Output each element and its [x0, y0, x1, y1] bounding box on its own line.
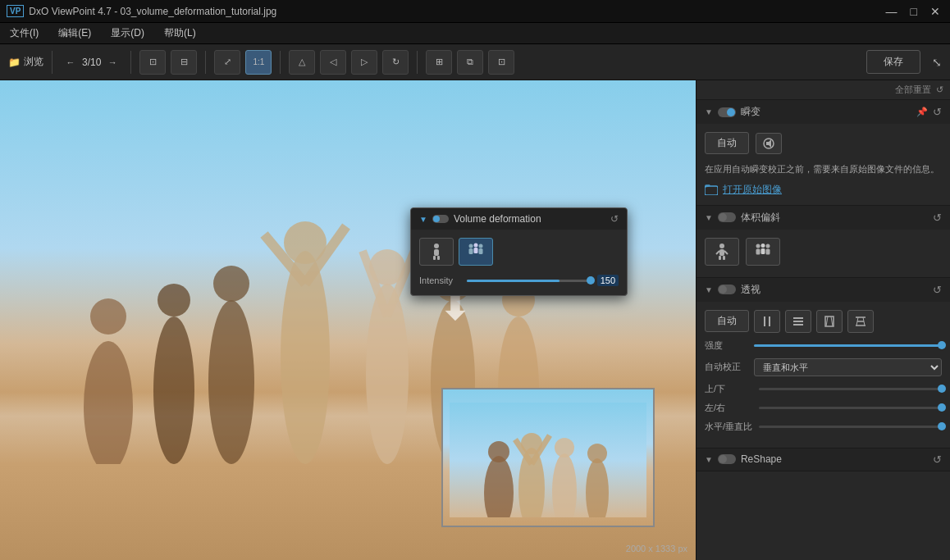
- main-layout: ⬇ ▼ Volume deformation ↺: [0, 80, 950, 560]
- svg-rect-25: [479, 248, 483, 254]
- section-tiji-header-left: ▼ 体积偏斜: [705, 211, 780, 225]
- persp-icon-1[interactable]: [754, 310, 780, 333]
- section-shunbian-reset[interactable]: ↺: [933, 106, 942, 118]
- svg-rect-42: [719, 249, 724, 256]
- svg-point-18: [434, 244, 439, 248]
- svg-point-24: [479, 244, 483, 248]
- tool-btn-crop[interactable]: △: [289, 50, 315, 75]
- toolbar: 📁 浏览 ← 3/10 → ⊡ ⊟ ⤢ 1:1 △ ◁ ▷ ↻ ⊞ ⧉ ⊡ 保存…: [0, 44, 950, 80]
- section-shunbian-header[interactable]: ▼ 瞬变 📌 ↺: [697, 100, 950, 124]
- autocorrect-row: 自动校正 垂直和水平: [705, 358, 942, 376]
- tool-btn-2[interactable]: ⊟: [171, 50, 197, 75]
- auto-button[interactable]: 自动: [705, 132, 749, 154]
- tool-btn-flip-h[interactable]: ◁: [320, 50, 346, 75]
- section-reshape-reset[interactable]: ↺: [933, 453, 942, 466]
- tool-btn-3[interactable]: ⤢: [214, 50, 240, 75]
- open-raw-link[interactable]: 打开原始图像: [705, 183, 942, 197]
- persp-icon-3[interactable]: [816, 310, 843, 333]
- tiji-group-icon-btn[interactable]: [746, 238, 780, 266]
- section-pin-icon[interactable]: 📌: [916, 107, 928, 117]
- vd-toggle[interactable]: [432, 215, 449, 223]
- svg-point-30: [488, 441, 509, 462]
- vd-intensity-label: Intensity: [419, 275, 460, 285]
- ud-slider[interactable]: [759, 383, 942, 394]
- section-toushi-reset[interactable]: ↺: [933, 284, 942, 296]
- svg-point-36: [587, 444, 607, 463]
- persp-auto-button[interactable]: 自动: [705, 310, 749, 332]
- section-header-left: ▼ 瞬变: [705, 105, 760, 119]
- ratio-slider[interactable]: [759, 421, 942, 432]
- reset-all-button[interactable]: ↺: [936, 84, 943, 95]
- menu-edit[interactable]: 编辑(E): [55, 25, 94, 42]
- close-button[interactable]: ✕: [927, 5, 943, 18]
- nav-group: ← 3/10 →: [61, 50, 122, 75]
- vd-header-left: ▼ Volume deformation: [419, 213, 541, 225]
- vd-group-icon-btn[interactable]: [459, 238, 493, 266]
- section-toushi-toggle[interactable]: [718, 285, 736, 294]
- section-tiji-header[interactable]: ▼ 体积偏斜 ↺: [697, 206, 950, 230]
- auto-row: 自动: [705, 132, 942, 154]
- sound-button[interactable]: [756, 133, 782, 154]
- lr-label: 左/右: [705, 402, 754, 414]
- tool-btn-flip-v[interactable]: ▷: [351, 50, 377, 75]
- persp-icon-4[interactable]: [847, 310, 874, 333]
- vd-popup: ▼ Volume deformation ↺: [410, 207, 628, 296]
- nav-next-button[interactable]: →: [103, 50, 122, 75]
- toushi-chevron-icon: ▼: [705, 285, 713, 294]
- fullscreen-button[interactable]: ⤡: [932, 56, 942, 69]
- tool-btn-rotate[interactable]: ↻: [382, 50, 409, 75]
- tool-btn-1[interactable]: ⊡: [139, 50, 166, 75]
- minimize-button[interactable]: —: [883, 5, 901, 18]
- vd-intensity-value: 150: [597, 275, 619, 286]
- section-reshape-header[interactable]: ▼ ReShape ↺: [697, 448, 950, 471]
- menu-file[interactable]: 文件(I): [7, 25, 42, 42]
- svg-point-3: [158, 284, 190, 316]
- svg-point-5: [213, 266, 249, 302]
- canvas-area[interactable]: ⬇ ▼ Volume deformation ↺: [0, 80, 696, 560]
- lr-row: 左/右: [705, 402, 942, 414]
- ud-label: 上/下: [705, 383, 754, 395]
- vd-body: Intensity 150: [411, 230, 627, 295]
- vd-expand-icon[interactable]: ▼: [419, 215, 427, 224]
- section-tiji-toggle[interactable]: [718, 212, 736, 222]
- ud-row: 上/下: [705, 383, 942, 395]
- section-reshape-toggle[interactable]: [718, 454, 736, 464]
- vd-intensity-slider[interactable]: [467, 274, 591, 287]
- lr-slider[interactable]: [759, 402, 942, 413]
- section-toushi-header-left: ▼ 透视: [705, 283, 760, 297]
- menu-help[interactable]: 帮助(L): [161, 25, 199, 42]
- nav-prev-button[interactable]: ←: [61, 50, 80, 75]
- svg-point-47: [756, 244, 760, 248]
- section-reshape-header-left: ▼ ReShape: [705, 453, 782, 465]
- section-shunbian-body: 自动 在应用自动瞬变校正之前，需要来自原始图像文件的信息。 打开原始图像: [697, 124, 950, 205]
- tool-btn-compare[interactable]: ⧉: [457, 50, 483, 75]
- autocorrect-select[interactable]: 垂直和水平: [754, 358, 942, 376]
- tiji-chevron-icon: ▼: [705, 213, 713, 222]
- tool-btn-info[interactable]: ⊡: [488, 50, 514, 75]
- window-title: DxO ViewPoint 4.7 - 03_volume_deformatio…: [29, 6, 276, 17]
- menu-view[interactable]: 显示(D): [107, 25, 148, 42]
- section-shunbian-toggle[interactable]: [718, 107, 736, 117]
- tool-btn-grid[interactable]: ⊞: [426, 50, 452, 75]
- right-panel: 全部重置 ↺ ▼ 瞬变 📌 ↺ 自动: [696, 80, 950, 560]
- svg-rect-52: [761, 248, 765, 254]
- section-toushi-title: 透视: [741, 283, 760, 297]
- section-toushi-body: 自动 强度: [697, 302, 950, 448]
- maximize-button[interactable]: □: [907, 5, 920, 18]
- section-toushi-header[interactable]: ▼ 透视 ↺: [697, 278, 950, 302]
- section-tiji: ▼ 体积偏斜 ↺: [697, 206, 950, 278]
- section-shunbian: ▼ 瞬变 📌 ↺ 自动: [697, 100, 950, 206]
- strength-slider[interactable]: [754, 339, 942, 351]
- browse-btn[interactable]: 📁 浏览: [8, 55, 43, 69]
- tool-btn-1-1[interactable]: 1:1: [245, 50, 272, 75]
- section-tiji-reset[interactable]: ↺: [933, 212, 942, 224]
- svg-point-1: [90, 298, 126, 335]
- browse-icon: 📁: [8, 57, 21, 68]
- window-controls[interactable]: — □ ✕: [883, 5, 943, 18]
- vd-person-icon-btn[interactable]: [419, 238, 454, 266]
- persp-icon-2[interactable]: [785, 310, 811, 333]
- separator3: [205, 51, 206, 74]
- vd-close-button[interactable]: ↺: [610, 213, 619, 225]
- tiji-person-icon-btn[interactable]: [705, 238, 739, 266]
- save-button[interactable]: 保存: [866, 50, 920, 74]
